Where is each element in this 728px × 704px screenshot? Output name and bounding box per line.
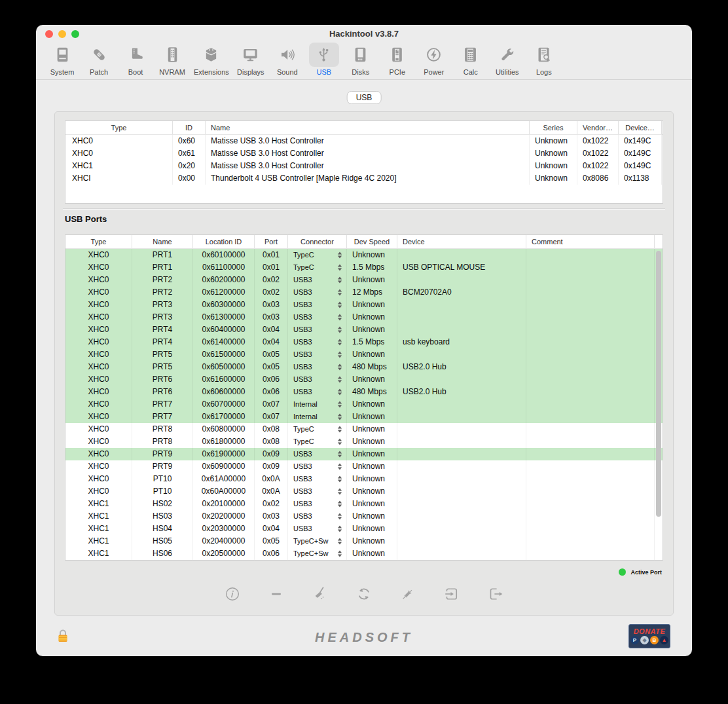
cell-connector[interactable]: USB3 (288, 510, 347, 523)
column-header[interactable]: Type (65, 235, 132, 248)
controller-row[interactable]: XHCI0x00Thunderbolt 4 USB Controller [Ma… (65, 172, 663, 185)
export-button[interactable] (487, 585, 505, 602)
cell-connector[interactable]: TypeC (288, 435, 347, 448)
chevron-up-down-icon[interactable] (337, 525, 342, 532)
toolbar-item-patch[interactable]: Patch (81, 43, 117, 76)
usb-port-row[interactable]: XHC0PRT40x614000000x04USB31.5 Mbpsusb ke… (65, 336, 663, 348)
usb-port-row[interactable]: XHC0PRT10x601000000x01TypeCUnknown (65, 249, 663, 261)
cell-connector[interactable]: USB3 (288, 460, 347, 473)
cell-connector[interactable]: USB3 (288, 324, 347, 336)
info-button[interactable] (224, 585, 242, 602)
usb-port-row[interactable]: XHC0PRT40x604000000x04USB3Unknown (65, 324, 663, 336)
cell-connector[interactable]: TypeC+Sw (288, 547, 347, 560)
chevron-up-down-icon[interactable] (337, 314, 342, 321)
minimize-button[interactable] (58, 30, 66, 38)
controller-row[interactable]: XHC00x61Matisse USB 3.0 Host ControllerU… (65, 147, 663, 160)
column-header[interactable]: Vendor… (577, 121, 619, 134)
column-header[interactable]: Location ID (193, 235, 255, 248)
chevron-up-down-icon[interactable] (337, 276, 342, 284)
column-header[interactable]: Type (65, 121, 173, 134)
chevron-up-down-icon[interactable] (337, 463, 342, 470)
chevron-up-down-icon[interactable] (337, 326, 342, 333)
toolbar-item-usb[interactable]: USB (306, 43, 342, 76)
chevron-up-down-icon[interactable] (337, 426, 342, 433)
cell-connector[interactable]: USB3 (288, 299, 347, 311)
usb-port-row[interactable]: XHC0PRT70x617000000x07InternalUnknown (65, 411, 663, 423)
cell-connector[interactable]: USB3 (288, 336, 347, 348)
usb-port-row[interactable]: XHC1HS040x203000000x04USB3Unknown (65, 523, 663, 535)
chevron-up-down-icon[interactable] (337, 388, 342, 396)
cell-connector[interactable]: USB3 (288, 386, 347, 398)
cell-connector[interactable]: USB3 (288, 348, 347, 361)
column-header[interactable]: Series (530, 121, 577, 134)
chevron-up-down-icon[interactable] (337, 376, 342, 383)
usb-port-row[interactable]: XHC0PRT30x603000000x03USB3Unknown (65, 299, 663, 311)
zoom-button[interactable] (71, 30, 79, 38)
toolbar-item-pcie[interactable]: PCIe (379, 43, 416, 76)
close-button[interactable] (45, 30, 53, 38)
chevron-up-down-icon[interactable] (337, 301, 342, 308)
column-header[interactable]: Port (255, 235, 288, 248)
usb-port-row[interactable]: XHC0PT100x61A000000x0AUSB3Unknown (65, 473, 663, 485)
scrollbar-thumb[interactable] (656, 251, 661, 517)
chevron-up-down-icon[interactable] (337, 363, 342, 371)
chevron-up-down-icon[interactable] (337, 413, 342, 420)
cell-connector[interactable]: USB3 (288, 448, 347, 460)
usb-port-row[interactable]: XHC1HS020x201000000x02USB3Unknown (65, 498, 663, 510)
usb-port-row[interactable]: XHC0PRT90x619000000x09USB3Unknown (65, 448, 663, 460)
inject-button[interactable] (399, 585, 417, 602)
controller-row[interactable]: XHC00x60Matisse USB 3.0 Host ControllerU… (65, 135, 663, 147)
usb-port-row[interactable]: XHC1HS030x202000000x03USB3Unknown (65, 510, 663, 523)
toolbar-item-logs[interactable]: Logs (526, 43, 562, 76)
chevron-up-down-icon[interactable] (337, 475, 342, 483)
remove-button[interactable] (268, 585, 285, 602)
usb-port-row[interactable]: XHC0PT100x60A000000x0AUSB3Unknown (65, 485, 663, 498)
usb-port-row[interactable]: XHC0PRT50x605000000x05USB3480 MbpsUSB2.0… (65, 361, 663, 373)
usb-port-row[interactable]: XHC0PRT70x607000000x07InternalUnknown (65, 398, 663, 411)
cell-connector[interactable]: USB3 (288, 361, 347, 373)
cell-connector[interactable]: USB3 (288, 274, 347, 286)
cell-connector[interactable]: TypeC (288, 423, 347, 435)
usb-port-row[interactable]: XHC0PRT10x611000000x01TypeC1.5 MbpsUSB O… (65, 261, 663, 274)
column-header[interactable]: Dev Speed (347, 235, 397, 248)
usb-port-row[interactable]: XHC0PRT80x618000000x08TypeCUnknown (65, 435, 663, 448)
column-header[interactable]: Device (397, 235, 526, 248)
chevron-up-down-icon[interactable] (337, 264, 342, 271)
chevron-up-down-icon[interactable] (337, 251, 342, 259)
toolbar-item-sound[interactable]: Sound (269, 43, 306, 76)
cell-connector[interactable]: USB3 (288, 373, 347, 386)
column-header[interactable]: Comment (526, 235, 655, 248)
cell-connector[interactable]: USB3 (288, 523, 347, 535)
chevron-up-down-icon[interactable] (337, 451, 342, 458)
import-button[interactable] (443, 585, 461, 602)
chevron-up-down-icon[interactable] (337, 289, 342, 296)
usb-port-row[interactable]: XHC0PRT60x606000000x06USB3480 MbpsUSB2.0… (65, 386, 663, 398)
tab-usb[interactable]: USB (347, 91, 382, 104)
toolbar-item-nvram[interactable]: NVRAM (154, 43, 191, 76)
toolbar-item-system[interactable]: System (44, 43, 81, 76)
clean-button[interactable] (312, 585, 329, 602)
usb-port-row[interactable]: XHC0PRT90x609000000x09USB3Unknown (65, 460, 663, 473)
refresh-button[interactable] (355, 585, 373, 602)
cell-connector[interactable]: USB3 (288, 286, 347, 299)
usb-port-row[interactable]: XHC0PRT20x612000000x02USB312 MbpsBCM2070… (65, 286, 663, 299)
chevron-up-down-icon[interactable] (337, 351, 342, 358)
usb-port-row[interactable]: XHC1HS050x204000000x05TypeC+SwUnknown (65, 535, 663, 547)
chevron-up-down-icon[interactable] (337, 550, 342, 557)
toolbar-item-power[interactable]: Power (416, 43, 452, 76)
controller-row[interactable]: XHC10x20Matisse USB 3.0 Host ControllerU… (65, 160, 663, 172)
donate-button[interactable]: DONATE P◆B▲ (628, 624, 670, 648)
toolbar-item-extensions[interactable]: Extensions (191, 43, 232, 76)
chevron-up-down-icon[interactable] (337, 488, 342, 495)
column-header[interactable]: Device… (619, 121, 662, 134)
cell-connector[interactable]: Internal (288, 411, 347, 423)
column-header[interactable]: Connector (288, 235, 347, 248)
usb-port-row[interactable]: XHC0PRT60x616000000x06USB3Unknown (65, 373, 663, 386)
column-header[interactable]: Name (132, 235, 193, 248)
toolbar-item-boot[interactable]: Boot (117, 43, 154, 76)
cell-connector[interactable]: TypeC+Sw (288, 535, 347, 547)
column-header[interactable]: ID (173, 121, 206, 134)
cell-connector[interactable]: TypeC (288, 261, 347, 274)
cell-connector[interactable]: Internal (288, 398, 347, 411)
chevron-up-down-icon[interactable] (337, 438, 342, 445)
